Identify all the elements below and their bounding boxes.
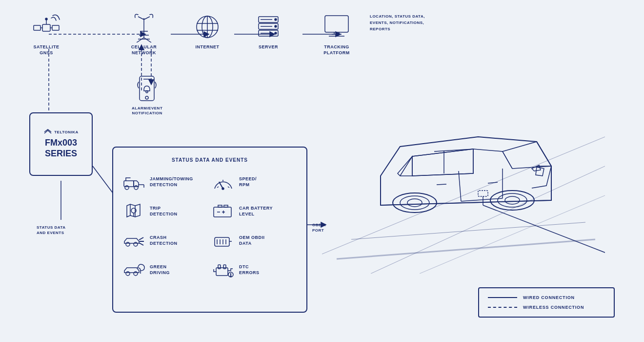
engine-icon — [212, 260, 234, 280]
car-crash-icon — [123, 231, 145, 251]
svg-point-102 — [498, 193, 527, 207]
svg-line-111 — [437, 184, 446, 185]
svg-line-97 — [322, 137, 605, 254]
wireless-legend-label: WIRELESS CONNECTION — [523, 305, 584, 310]
svg-point-89 — [134, 272, 138, 276]
phone-label: ALARM/EVENTNOTIFICATION — [132, 106, 162, 116]
crash-detection-item: CRASHDETECTION — [123, 231, 207, 251]
svg-line-15 — [93, 166, 115, 195]
svg-point-105 — [400, 196, 429, 210]
crash-detection-label: CRASHDETECTION — [150, 235, 178, 246]
svg-line-27 — [137, 38, 144, 43]
green-driving-item: GREENDRIVING — [123, 260, 207, 280]
svg-line-108 — [461, 198, 503, 201]
svg-point-43 — [275, 25, 277, 27]
svg-point-77 — [126, 242, 130, 246]
svg-rect-93 — [223, 265, 226, 269]
dtc-errors-item: DTCERRORS — [212, 260, 297, 280]
car-battery-item: CAR BATTERYLEVEL — [212, 202, 297, 221]
device-name: FMx003SERIES — [45, 138, 77, 159]
svg-rect-19 — [42, 24, 50, 31]
svg-line-66 — [217, 187, 219, 188]
svg-point-96 — [230, 276, 231, 277]
svg-point-42 — [275, 19, 277, 21]
svg-rect-58 — [124, 181, 134, 187]
svg-rect-91 — [216, 268, 228, 276]
main-container: SATELLITEGNSS CELLULARNETWO — [0, 0, 644, 342]
wired-line-icon — [488, 297, 517, 298]
svg-rect-72 — [218, 205, 222, 207]
server-item: SERVER — [254, 11, 283, 49]
cellular-label: CELLULARNETWORK — [131, 44, 157, 56]
location-pin-icon — [123, 202, 145, 221]
svg-rect-20 — [34, 25, 40, 30]
svg-point-103 — [505, 196, 520, 204]
tracking-description: LOCATION, STATUS DATA,EVENTS, NOTIFICATI… — [370, 14, 425, 32]
battery-icon — [212, 202, 234, 221]
obd-plug-icon — [212, 231, 234, 251]
svg-rect-53 — [140, 76, 154, 101]
svg-line-115 — [483, 205, 605, 265]
svg-rect-48 — [325, 16, 348, 32]
svg-line-67 — [228, 187, 229, 188]
oem-obdii-label: OEM OBDIIDATA — [239, 235, 265, 246]
internet-label: INTERNET — [196, 44, 220, 49]
tow-truck-icon — [123, 172, 145, 192]
svg-point-25 — [45, 18, 47, 20]
svg-point-55 — [145, 96, 148, 99]
svg-line-116 — [351, 222, 585, 239]
device-brand: TELTONIKA — [54, 130, 79, 134]
wireless-line-icon — [488, 307, 517, 308]
trip-detection-item: TRIPDETECTION — [123, 202, 207, 221]
svg-line-110 — [488, 182, 498, 183]
jamming-towing-item: JAMMING/TOWINGDETECTION — [123, 172, 207, 192]
wireless-legend-item: WIRELESS CONNECTION — [488, 305, 605, 310]
car-battery-label: CAR BATTERYLEVEL — [239, 206, 273, 217]
svg-rect-21 — [52, 25, 59, 30]
status-data-box: STATUS DATA AND EVENTS — [112, 147, 307, 313]
svg-line-79 — [139, 237, 143, 240]
svg-line-98 — [371, 166, 605, 274]
jamming-towing-label: JAMMING/TOWINGDETECTION — [150, 176, 193, 188]
internet-item: INTERNET — [193, 11, 222, 49]
status-box-title: STATUS DATA AND EVENTS — [123, 157, 297, 163]
svg-point-57 — [146, 91, 148, 93]
legend-box: WIRED CONNECTION WIRELESS CONNECTION — [478, 287, 615, 318]
eco-car-icon — [123, 260, 145, 280]
svg-rect-73 — [224, 205, 228, 207]
cellular-icon — [129, 11, 159, 44]
trip-detection-label: TRIPDETECTION — [150, 206, 178, 217]
internet-icon — [193, 11, 222, 44]
svg-line-81 — [139, 243, 143, 245]
speed-rpm-item: SPEED/RPM — [212, 172, 297, 192]
teltonika-device: TELTONIKA FMx003SERIES — [29, 112, 93, 176]
speed-rpm-label: SPEED/RPM — [239, 176, 257, 188]
svg-line-28 — [144, 38, 151, 43]
dtc-errors-label: DTCERRORS — [239, 264, 260, 276]
svg-line-32 — [138, 17, 144, 20]
svg-point-61 — [134, 186, 138, 190]
svg-point-60 — [125, 186, 129, 190]
server-label: SERVER — [259, 44, 278, 49]
svg-point-44 — [275, 32, 277, 34]
svg-point-65 — [222, 188, 224, 190]
status-data-label: STATUS DATAAND EVENTS — [37, 225, 66, 235]
svg-rect-92 — [218, 265, 221, 269]
cellular-item: CELLULARNETWORK — [129, 11, 159, 56]
car-illustration — [322, 39, 605, 274]
oem-obdii-item: OEM OBDIIDATA — [212, 231, 297, 251]
speedometer-icon — [212, 172, 234, 192]
svg-point-78 — [134, 242, 138, 246]
server-icon — [254, 11, 283, 44]
wired-legend-label: WIRED CONNECTION — [523, 295, 575, 300]
svg-line-117 — [337, 239, 595, 259]
svg-rect-113 — [478, 191, 488, 196]
satellite-label: SATELLITEGNSS — [34, 44, 60, 56]
svg-point-88 — [126, 272, 130, 276]
phone-notification: ALARM/EVENTNOTIFICATION — [132, 72, 162, 116]
satellite-item: SATELLITEGNSS — [32, 11, 61, 56]
satellite-icon — [32, 11, 61, 44]
svg-line-33 — [144, 17, 150, 20]
green-driving-label: GREENDRIVING — [150, 264, 170, 276]
wired-legend-item: WIRED CONNECTION — [488, 295, 605, 300]
